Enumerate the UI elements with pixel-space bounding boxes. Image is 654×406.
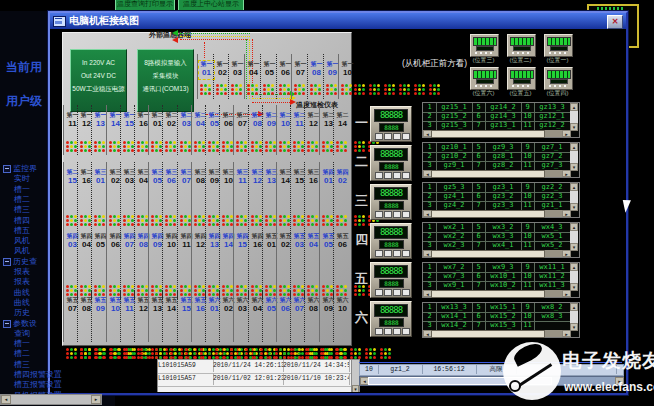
tree-node-icon[interactable] xyxy=(3,165,11,173)
meter-button[interactable] xyxy=(393,250,401,257)
table-row[interactable]: 2wx2_26wx3_310wx5_1 xyxy=(423,232,570,241)
table-vscrollbar[interactable]: ▴▾ xyxy=(570,103,578,130)
tree-item-实时[interactable]: 实时 xyxy=(14,174,30,183)
tree-node-icon[interactable] xyxy=(3,320,11,328)
tree-node-icon[interactable] xyxy=(3,258,11,266)
temperature-upload-button[interactable]: 温度上中心站显示 xyxy=(178,0,244,11)
table-row[interactable]: 1wx2_15wx3_29wx4_3 xyxy=(423,223,570,232)
scroll-right-arrow[interactable]: ▸ xyxy=(562,130,571,137)
meter-button[interactable] xyxy=(375,133,383,140)
table-row[interactable]: 1gz15_15gz14_29gz13_3 xyxy=(423,103,570,112)
table-vscrollbar[interactable]: ▴▾ xyxy=(570,223,578,250)
meter-button[interactable] xyxy=(393,289,401,296)
table-hscrollbar[interactable]: ◂▸ xyxy=(423,290,570,297)
scroll-right-arrow[interactable]: ▸ xyxy=(562,210,571,217)
tree-item-槽四报警设置[interactable]: 槽四报警设置 xyxy=(14,370,62,379)
scroll-down-arrow[interactable]: ▾ xyxy=(570,243,578,251)
scroll-down-arrow[interactable]: ▾ xyxy=(570,203,578,211)
table-row[interactable]: 2gz10_26gz8_110gz7_2 xyxy=(423,152,570,161)
table-row[interactable]: 1wx7_25wx9_39wx11_1 xyxy=(423,263,570,272)
meter-button[interactable] xyxy=(384,328,392,335)
table-row[interactable]: 3wx9_17wx10_211wx11_3 xyxy=(423,281,570,290)
tree-item-历史[interactable]: 历史 xyxy=(14,308,30,317)
tree-item-报表[interactable]: 报表 xyxy=(14,277,30,286)
table-row[interactable]: 1wx13_35wx15_19wx8_2 xyxy=(423,303,570,312)
tree-item-槽一[interactable]: 槽一 xyxy=(14,339,30,348)
scroll-right-arrow[interactable]: ▸ xyxy=(562,250,571,257)
tree-item-槽五报警设置[interactable]: 槽五报警设置 xyxy=(14,380,62,389)
alarm-index-cell[interactable]: 10 xyxy=(360,365,379,374)
table-row[interactable]: 3gz15_37gz13_111gz12_2 xyxy=(423,121,570,130)
scroll-thumb[interactable] xyxy=(431,130,545,138)
table-row[interactable]: 2wx7_36wx10_110wx11_2 xyxy=(423,272,570,281)
meter-button[interactable] xyxy=(375,211,383,218)
meter-button[interactable] xyxy=(384,289,392,296)
scroll-thumb[interactable] xyxy=(431,250,545,258)
table-row[interactable]: 3gz4_27gz3_311gz1_1 xyxy=(423,201,570,210)
meter-button[interactable] xyxy=(384,250,392,257)
scroll-down-arrow[interactable]: ▾ xyxy=(570,283,578,291)
scroll-thumb[interactable] xyxy=(431,290,545,298)
table-row[interactable]: 2wx14_16wx15_210wx8_3 xyxy=(423,312,570,321)
table-vscrollbar[interactable]: ▴▾ xyxy=(570,263,578,290)
meter-button[interactable] xyxy=(375,289,383,296)
history-row[interactable]: L101015A592010/11/24 14:26:132010/11/24 … xyxy=(158,360,351,374)
meter-button[interactable] xyxy=(393,133,401,140)
table-row[interactable]: 3wx2_37wx4_111wx5_2 xyxy=(423,241,570,250)
sidebar-hscrollbar[interactable]: ◂▸ xyxy=(0,394,102,405)
table-vscrollbar[interactable]: ▴▾ xyxy=(570,183,578,210)
record-time-cell[interactable]: 2010/11/24 14:34:57 xyxy=(283,360,350,372)
tree-item-槽二[interactable]: 槽二 xyxy=(14,349,30,358)
tree-item-曲线[interactable]: 曲线 xyxy=(14,298,30,307)
scroll-right-arrow[interactable]: ▸ xyxy=(562,290,571,297)
tree-item-风机[interactable]: 风机 xyxy=(14,236,30,245)
scroll-left-arrow[interactable]: ◂ xyxy=(1,395,11,404)
table-row[interactable]: 1gz5_35gz3_19gz2_2 xyxy=(423,183,570,192)
meter-button[interactable] xyxy=(384,133,392,140)
scroll-thumb[interactable] xyxy=(431,170,545,178)
scroll-down-arrow[interactable]: ▾ xyxy=(570,163,578,171)
tree-item-槽三[interactable]: 槽三 xyxy=(14,205,30,214)
scroll-up-arrow[interactable]: ▴ xyxy=(570,303,578,311)
tree-item-槽五[interactable]: 槽五 xyxy=(14,226,30,235)
meter-button[interactable] xyxy=(402,328,410,335)
scroll-right-arrow[interactable]: ▸ xyxy=(562,170,571,177)
window-titlebar[interactable]: 电脑机柜接线图 ✕ xyxy=(50,13,626,29)
table-row[interactable]: 2gz4_16gz3_210gz2_3 xyxy=(423,192,570,201)
meter-button[interactable] xyxy=(384,172,392,179)
meter-button[interactable] xyxy=(402,211,410,218)
meter-button[interactable] xyxy=(402,133,410,140)
table-hscrollbar[interactable]: ◂▸ xyxy=(423,170,570,177)
tree-item-风机[interactable]: 风机 xyxy=(14,246,30,255)
scroll-thumb[interactable] xyxy=(431,210,545,218)
tree-item-查询[interactable]: 查询 xyxy=(14,329,30,338)
scroll-up-arrow[interactable]: ▴ xyxy=(570,183,578,191)
scroll-up-arrow[interactable]: ▴ xyxy=(570,223,578,231)
record-id-cell[interactable]: L101015A57 xyxy=(158,373,214,385)
meter-button[interactable] xyxy=(402,172,410,179)
tree-item-槽一[interactable]: 槽一 xyxy=(14,185,30,194)
tree-item-槽二[interactable]: 槽二 xyxy=(14,195,30,204)
temperature-query-button[interactable]: 温度查询打印显示 xyxy=(115,0,175,11)
scroll-right-arrow[interactable]: ▸ xyxy=(91,395,101,404)
table-hscrollbar[interactable]: ◂▸ xyxy=(423,130,570,137)
record-time-cell[interactable]: 2010/11/02 12:01:23 xyxy=(213,373,284,385)
alarm-tag-cell[interactable]: gz1_2 xyxy=(378,365,423,374)
table-vscrollbar[interactable]: ▴▾ xyxy=(570,303,578,330)
record-time-cell[interactable]: 2010/11/24 14:26:13 xyxy=(213,360,284,372)
meter-button[interactable] xyxy=(393,172,401,179)
close-button[interactable]: ✕ xyxy=(607,15,623,29)
table-vscrollbar[interactable]: ▴▾ xyxy=(570,143,578,170)
meter-button[interactable] xyxy=(384,211,392,218)
scroll-down-arrow[interactable]: ▾ xyxy=(570,123,578,131)
scroll-down-arrow[interactable]: ▾ xyxy=(352,385,359,392)
meter-button[interactable] xyxy=(375,250,383,257)
scroll-up-arrow[interactable]: ▴ xyxy=(570,263,578,271)
record-time-cell[interactable]: 2010/11/10 10:23:40 xyxy=(283,373,350,385)
tree-item-槽三[interactable]: 槽三 xyxy=(14,360,30,369)
scroll-up-arrow[interactable]: ▴ xyxy=(570,103,578,111)
history-row[interactable]: L101015A572010/11/02 12:01:232010/11/10 … xyxy=(158,373,351,387)
scroll-up-arrow[interactable]: ▴ xyxy=(570,143,578,151)
meter-button[interactable] xyxy=(402,250,410,257)
table-hscrollbar[interactable]: ◂▸ xyxy=(423,210,570,217)
